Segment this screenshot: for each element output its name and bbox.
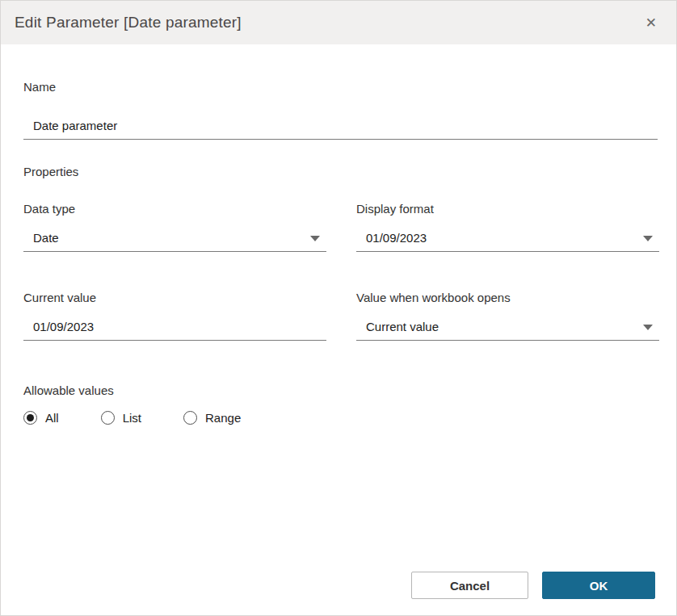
data-type-dropdown[interactable]: Date [23, 231, 326, 252]
radio-list[interactable]: List [101, 411, 141, 425]
chevron-down-icon [310, 236, 320, 241]
display-format-dropdown[interactable]: 01/09/2023 [356, 231, 659, 252]
radio-icon [101, 411, 115, 425]
cancel-button[interactable]: Cancel [411, 572, 528, 599]
close-icon[interactable]: ✕ [642, 13, 660, 33]
radio-range-label: Range [205, 411, 241, 425]
current-value-value: 01/09/2023 [33, 320, 94, 333]
name-input[interactable]: Date parameter [23, 119, 658, 140]
dialog-footer: Cancel OK [411, 572, 655, 599]
radio-range[interactable]: Range [183, 411, 241, 425]
name-value: Date parameter [33, 119, 117, 132]
dialog-titlebar: Edit Parameter [Date parameter] ✕ [1, 1, 676, 44]
radio-all-label: All [45, 411, 59, 425]
ok-button[interactable]: OK [542, 572, 655, 599]
name-label: Name [23, 44, 658, 94]
properties-heading: Properties [23, 165, 658, 178]
edit-parameter-dialog: Edit Parameter [Date parameter] ✕ Name D… [1, 1, 676, 615]
value-when-workbook-opens-label: Value when workbook opens [356, 291, 659, 304]
radio-all[interactable]: All [23, 411, 59, 425]
value-when-workbook-opens-value: Current value [366, 320, 439, 333]
current-value-label: Current value [23, 291, 326, 304]
value-when-workbook-opens-dropdown[interactable]: Current value [356, 320, 659, 341]
allowable-values-radio-group: All List Range [23, 411, 658, 425]
data-type-value: Date [33, 231, 59, 245]
radio-icon [183, 411, 197, 425]
properties-row-2: Current value Value when workbook opens … [23, 252, 658, 341]
allowable-values-label: Allowable values [23, 383, 658, 397]
dialog-body: Name Date parameter Properties Data type… [1, 44, 676, 616]
radio-icon [23, 411, 37, 425]
current-value-input[interactable]: 01/09/2023 [23, 320, 326, 341]
chevron-down-icon [643, 325, 653, 330]
display-format-label: Display format [356, 202, 659, 216]
display-format-value: 01/09/2023 [366, 231, 427, 245]
properties-row-1: Data type Display format Date 01/09/2023 [23, 178, 658, 252]
chevron-down-icon [643, 236, 653, 241]
dialog-title: Edit Parameter [Date parameter] [15, 14, 242, 31]
data-type-label: Data type [23, 202, 326, 216]
radio-list-label: List [123, 411, 141, 425]
